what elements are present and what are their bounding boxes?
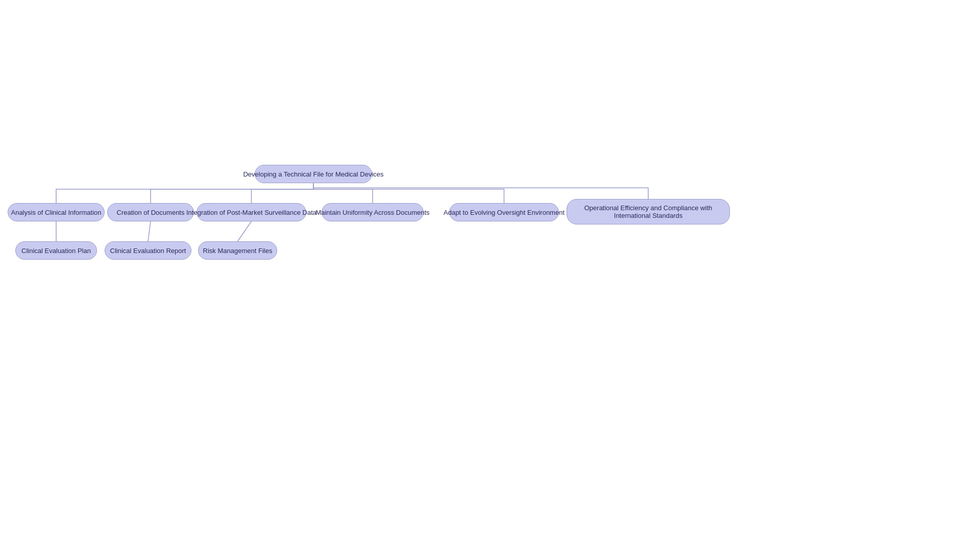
integration-node: Integration of Post-Market Surveillance … [197, 203, 306, 221]
svg-line-1 [148, 221, 151, 241]
analysis-node: Analysis of Clinical Information [8, 203, 105, 221]
root-node: Developing a Technical File for Medical … [255, 165, 372, 183]
oversight-node: Adapt to Evolving Oversight Environment [449, 203, 559, 221]
operational-node: Operational Efficiency and Compliance wi… [567, 199, 730, 224]
risk-management-files-node: Risk Management Files [198, 241, 277, 260]
clinical-evaluation-plan-node: Clinical Evaluation Plan [15, 241, 97, 260]
clinical-evaluation-report-node: Clinical Evaluation Report [105, 241, 191, 260]
svg-line-2 [238, 221, 252, 241]
creation-node: Creation of Documents [107, 203, 194, 221]
uniformity-node: Maintain Uniformity Across Documents [322, 203, 424, 221]
